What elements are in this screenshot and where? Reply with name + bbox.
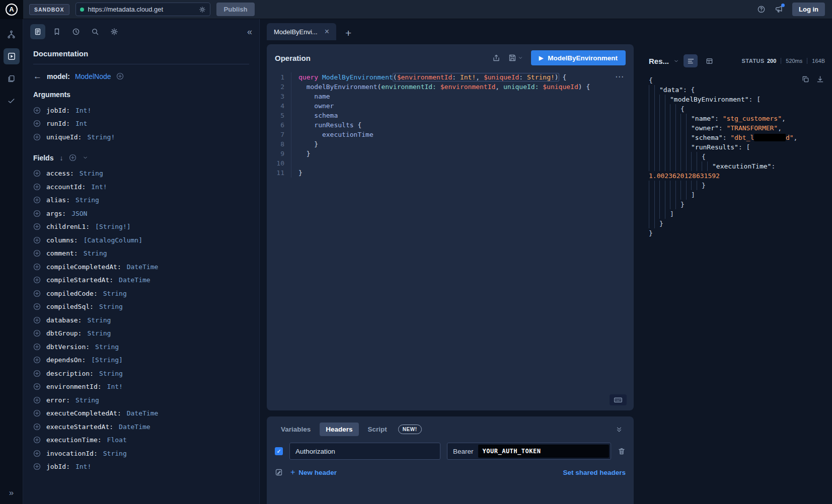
add-field-to-query-icon[interactable] <box>33 303 41 310</box>
add-field-to-query-icon[interactable] <box>33 107 41 114</box>
field-row[interactable]: compiledSql:String <box>33 300 249 314</box>
publish-button[interactable]: Publish <box>216 3 255 16</box>
field-row[interactable]: description:String <box>33 367 249 380</box>
operation-options-icon[interactable]: ⋯ <box>615 72 625 81</box>
code-line[interactable]: 5 schema <box>267 111 634 120</box>
response-raw-view-icon[interactable] <box>684 54 698 67</box>
operation-editor[interactable]: 1query ModelByEnvironment($environmentId… <box>267 70 634 410</box>
header-enabled-checkbox[interactable]: ✓ <box>275 447 283 455</box>
argument-row[interactable]: jobId:Int! <box>33 104 249 117</box>
close-tab-icon[interactable]: × <box>325 28 329 36</box>
run-operation-button[interactable]: ▶ ModelByEnvironment <box>531 50 626 65</box>
code-line[interactable]: 10 <box>267 158 634 168</box>
saved-operations-bookmark-icon[interactable] <box>49 24 64 39</box>
field-row[interactable]: comment:String <box>33 247 249 261</box>
add-field-to-query-icon[interactable] <box>33 436 41 444</box>
add-field-to-query-icon[interactable] <box>33 356 41 364</box>
docs-tab-icon[interactable] <box>30 24 45 39</box>
nav-checks-icon[interactable] <box>4 93 20 109</box>
add-field-to-query-icon[interactable] <box>33 450 41 457</box>
code-line[interactable]: 2 modelByEnvironment(environmentId: $env… <box>267 82 634 92</box>
delete-header-icon[interactable] <box>618 447 626 455</box>
field-row[interactable]: dependsOn:[String] <box>33 354 249 367</box>
add-field-to-query-icon[interactable] <box>33 196 41 204</box>
add-field-to-query-icon[interactable] <box>33 263 41 271</box>
add-field-to-query-icon[interactable] <box>33 170 41 177</box>
operation-tab[interactable]: ModelByEnvi... × <box>267 23 336 40</box>
add-field-to-query-icon[interactable] <box>33 409 41 417</box>
field-row[interactable]: columns:[CatalogColumn] <box>33 233 249 247</box>
response-table-view-icon[interactable] <box>702 54 716 67</box>
announcements-megaphone-icon[interactable] <box>775 5 783 14</box>
download-response-icon[interactable] <box>816 75 824 83</box>
field-row[interactable]: compileStartedAt:DateTime <box>33 274 249 287</box>
code-line[interactable]: 8 } <box>267 139 634 149</box>
endpoint-settings-gear-icon[interactable] <box>199 6 206 13</box>
add-field-to-query-icon[interactable] <box>33 463 41 470</box>
field-row[interactable]: database:String <box>33 313 249 327</box>
field-row[interactable]: dbtGroup:String <box>33 327 249 341</box>
header-value-field[interactable]: Bearer YOUR_AUTH_TOKEN <box>447 443 611 460</box>
field-row[interactable]: executeCompletedAt:DateTime <box>33 407 249 421</box>
code-line[interactable]: 7 executionTime <box>267 130 634 139</box>
add-fields-chevron-icon[interactable] <box>83 155 88 160</box>
code-line[interactable]: 11} <box>267 168 634 178</box>
field-row[interactable]: access:String <box>33 167 249 181</box>
field-row[interactable]: accountId:Int! <box>33 180 249 194</box>
code-line[interactable]: 9 } <box>267 149 634 158</box>
collapse-panel-icon[interactable]: « <box>247 27 252 37</box>
field-row[interactable]: compiledCode:String <box>33 287 249 300</box>
nav-schema-icon[interactable] <box>4 26 20 42</box>
tab-headers[interactable]: Headers <box>320 423 358 436</box>
add-field-to-query-icon[interactable] <box>33 133 41 141</box>
tab-script[interactable]: Script <box>362 423 393 436</box>
auth-token-value[interactable]: YOUR_AUTH_TOKEN <box>478 445 609 458</box>
code-line[interactable]: 3 name <box>267 92 634 101</box>
new-tab-icon[interactable]: + <box>345 28 351 38</box>
nav-docs-icon[interactable] <box>4 70 20 87</box>
field-row[interactable]: jobId:Int! <box>33 460 249 474</box>
sort-fields-icon[interactable]: ↓ <box>59 154 63 162</box>
header-name-input[interactable] <box>289 443 440 460</box>
code-line[interactable]: 1query ModelByEnvironment($environmentId… <box>267 72 634 82</box>
field-row[interactable]: args:JSON <box>33 207 249 220</box>
new-header-button[interactable]: + New header <box>290 468 337 476</box>
add-field-to-query-icon[interactable] <box>33 329 41 337</box>
add-field-to-query-icon[interactable] <box>33 396 41 404</box>
argument-row[interactable]: runId:Int <box>33 117 249 131</box>
field-row[interactable]: environmentId:Int! <box>33 380 249 394</box>
copy-response-icon[interactable] <box>802 75 809 83</box>
response-dropdown-chevron-icon[interactable] <box>673 58 679 64</box>
add-field-to-query-icon[interactable] <box>33 423 41 431</box>
add-field-to-query-icon[interactable] <box>33 343 41 351</box>
save-chevron-icon[interactable] <box>518 55 523 60</box>
field-row[interactable]: invocationId:String <box>33 447 249 460</box>
add-all-fields-icon[interactable] <box>69 154 77 161</box>
add-field-to-query-icon[interactable] <box>33 183 41 191</box>
history-clock-icon[interactable] <box>68 24 84 39</box>
environment-settings-icon[interactable] <box>275 468 283 476</box>
field-row[interactable]: error:String <box>33 393 249 407</box>
argument-row[interactable]: uniqueId:String! <box>33 130 249 144</box>
field-row[interactable]: executionTime:Float <box>33 434 249 447</box>
add-type-to-query-icon[interactable] <box>116 72 124 80</box>
collapse-bottom-panel-icon[interactable] <box>616 426 623 433</box>
expand-rail-icon[interactable]: » <box>9 488 14 498</box>
field-row[interactable]: childrenL1:[String!] <box>33 220 249 234</box>
code-line[interactable]: 6 runResults { <box>267 120 634 130</box>
add-field-to-query-icon[interactable] <box>33 383 41 390</box>
field-row[interactable]: alias:String <box>33 194 249 207</box>
field-row[interactable]: executeStartedAt:DateTime <box>33 420 249 434</box>
add-field-to-query-icon[interactable] <box>33 210 41 217</box>
set-shared-headers-link[interactable]: Set shared headers <box>563 469 626 476</box>
add-field-to-query-icon[interactable] <box>33 120 41 127</box>
add-field-to-query-icon[interactable] <box>33 276 41 284</box>
breadcrumb-type-link[interactable]: ModelNode <box>75 72 111 80</box>
add-field-to-query-icon[interactable] <box>33 249 41 257</box>
add-field-to-query-icon[interactable] <box>33 236 41 244</box>
nav-explorer-icon[interactable] <box>4 48 20 64</box>
login-button[interactable]: Log in <box>792 3 825 16</box>
add-field-to-query-icon[interactable] <box>33 370 41 377</box>
add-field-to-query-icon[interactable] <box>33 290 41 297</box>
add-field-to-query-icon[interactable] <box>33 223 41 230</box>
